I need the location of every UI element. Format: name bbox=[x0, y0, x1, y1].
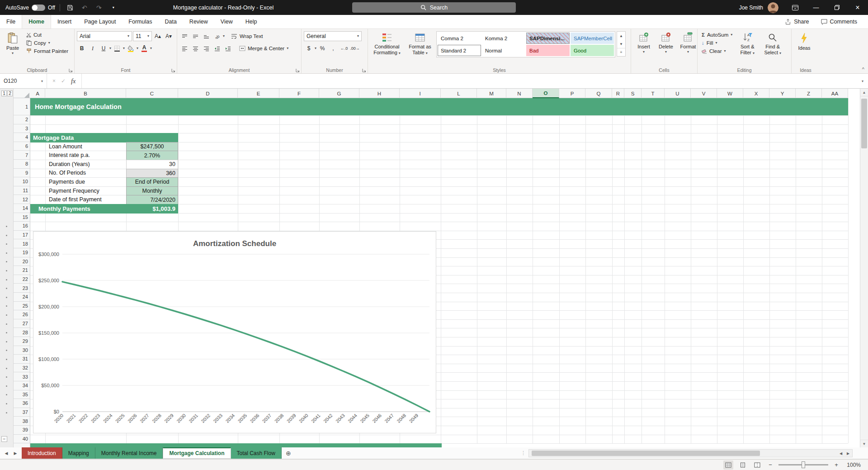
cut-button[interactable]: Cut bbox=[24, 31, 70, 38]
ribbon-tab-page-layout[interactable]: Page Layout bbox=[78, 15, 122, 28]
row-header-27[interactable]: 27 bbox=[14, 319, 30, 328]
align-right-button[interactable] bbox=[201, 43, 211, 53]
ribbon-tab-insert[interactable]: Insert bbox=[51, 15, 78, 28]
row-header-39[interactable]: 39 bbox=[14, 426, 30, 435]
clear-button[interactable]: Clear ▾ bbox=[700, 47, 734, 55]
save-button[interactable] bbox=[65, 0, 75, 15]
prev-sheet-arrow[interactable]: ◀ bbox=[2, 447, 11, 459]
normal-view-button[interactable] bbox=[723, 461, 733, 470]
horizontal-scrollbar[interactable]: ◀ ▶ bbox=[528, 449, 853, 457]
field-value-payments-due[interactable]: End of Period bbox=[126, 177, 178, 187]
number-format-combo[interactable]: General▾ bbox=[304, 31, 362, 41]
column-header-E[interactable]: E bbox=[238, 89, 279, 98]
add-sheet-button[interactable]: ⊕ bbox=[282, 447, 295, 459]
scroll-down-arrow[interactable]: ▼ bbox=[860, 440, 868, 447]
row-header-29[interactable]: 29 bbox=[14, 337, 30, 346]
column-header-Y[interactable]: Y bbox=[769, 89, 796, 98]
column-header-B[interactable]: B bbox=[45, 89, 126, 98]
field-value-loan-amount[interactable]: $247,500 bbox=[126, 142, 178, 152]
underline-button[interactable]: U bbox=[99, 43, 108, 53]
formula-input[interactable] bbox=[82, 74, 857, 88]
comments-button[interactable]: Comments bbox=[816, 17, 862, 26]
sheet-tab-introduction[interactable]: Introduction bbox=[22, 447, 62, 459]
zoom-level[interactable]: 100% bbox=[844, 462, 861, 468]
column-header-S[interactable]: S bbox=[624, 89, 642, 98]
wrap-text-button[interactable]: Wrap Text bbox=[229, 33, 264, 40]
bold-button[interactable]: B bbox=[77, 43, 87, 53]
decrease-indent-button[interactable] bbox=[212, 43, 222, 53]
align-bottom-button[interactable] bbox=[201, 31, 211, 41]
paste-button[interactable]: Paste ▾ bbox=[2, 30, 23, 56]
column-header-G[interactable]: G bbox=[319, 89, 359, 98]
zoom-out-button[interactable]: − bbox=[767, 461, 774, 468]
merge-center-button[interactable]: Merge & Center ▾ bbox=[237, 45, 290, 52]
zoom-slider[interactable] bbox=[778, 464, 828, 465]
orientation-caret[interactable]: ▾ bbox=[223, 34, 225, 38]
font-name-combo[interactable]: Arial▾ bbox=[77, 31, 132, 41]
customize-qat-button[interactable]: ▾ bbox=[108, 0, 119, 15]
sheet-tab-mortgage-calculation[interactable]: Mortgage Calculation bbox=[163, 447, 231, 459]
amortization-chart[interactable]: Amortization Schedule$0$50,000$100,000$1… bbox=[33, 231, 436, 433]
cancel-formula-button[interactable]: × bbox=[52, 78, 56, 84]
name-box-caret[interactable]: ▾ bbox=[41, 79, 43, 83]
increase-font-size-button[interactable]: A▴ bbox=[153, 31, 163, 41]
enter-formula-button[interactable]: ✓ bbox=[61, 78, 66, 84]
page-break-preview-button[interactable] bbox=[752, 461, 762, 470]
find-select-button[interactable]: Find & Select ▾ bbox=[760, 30, 785, 57]
share-button[interactable]: Share bbox=[780, 17, 813, 26]
fill-button[interactable]: ↓ Fill ▾ bbox=[700, 39, 734, 47]
page-layout-view-button[interactable] bbox=[738, 461, 748, 470]
row-header-11[interactable]: 11 bbox=[14, 186, 30, 195]
sheet-tab-monthly-rental-income[interactable]: Monthly Rental Income bbox=[95, 447, 163, 459]
field-value-payment-frequency[interactable]: Monthly bbox=[126, 186, 178, 196]
column-header-T[interactable]: T bbox=[642, 89, 665, 98]
cell-style-komma-2[interactable]: Komma 2 bbox=[482, 33, 525, 44]
autosave-toggle[interactable]: AutoSave Off bbox=[5, 5, 55, 11]
decrease-font-size-button[interactable]: A▾ bbox=[164, 31, 174, 41]
column-header-A[interactable]: A bbox=[30, 89, 45, 98]
scroll-right-arrow[interactable]: ▶ bbox=[845, 451, 851, 456]
font-color-button[interactable]: A bbox=[139, 43, 149, 53]
outline-level-1-button[interactable]: 1 bbox=[1, 90, 7, 96]
field-value-duration-years-[interactable]: 30 bbox=[126, 160, 178, 169]
row-header-40[interactable]: 40 bbox=[14, 435, 30, 444]
format-as-table-button[interactable]: Format as Table ▾ bbox=[405, 30, 435, 57]
vertical-scroll-thumb[interactable] bbox=[861, 99, 867, 148]
row-header-16[interactable]: 16 bbox=[14, 222, 30, 231]
cell-style-good[interactable]: Good bbox=[571, 45, 614, 56]
decrease-decimal-button[interactable]: .00→ bbox=[350, 43, 360, 53]
cell-style-sapmembercell[interactable]: SAPMemberCell bbox=[571, 33, 614, 44]
next-sheet-arrow[interactable]: ▶ bbox=[11, 447, 20, 459]
increase-decimal-button[interactable]: ←.0 bbox=[339, 43, 349, 53]
column-header-L[interactable]: L bbox=[441, 89, 477, 98]
row-header-34[interactable]: 34 bbox=[14, 381, 30, 390]
delete-cells-button[interactable]: Delete ▾ bbox=[656, 30, 676, 55]
column-header-O[interactable]: O bbox=[533, 89, 559, 98]
italic-button[interactable]: I bbox=[88, 43, 98, 53]
borders-button[interactable] bbox=[112, 43, 122, 53]
font-color-caret[interactable]: ▾ bbox=[150, 47, 152, 50]
clipboard-dialog-launcher[interactable] bbox=[69, 68, 73, 72]
field-value-date-of-first-payment[interactable]: 7/24/2020 bbox=[126, 195, 178, 204]
ribbon-tab-formulas[interactable]: Formulas bbox=[122, 15, 158, 28]
collapse-ribbon-button[interactable]: ^ bbox=[862, 66, 864, 72]
styles-scroll-down-button[interactable]: ▼ bbox=[617, 40, 625, 48]
row-header-23[interactable]: 23 bbox=[14, 284, 30, 293]
ribbon-tab-review[interactable]: Review bbox=[183, 15, 214, 28]
align-top-button[interactable] bbox=[179, 31, 189, 41]
row-header-32[interactable]: 32 bbox=[14, 364, 30, 373]
comma-style-button[interactable]: , bbox=[328, 43, 338, 53]
row-header-1[interactable]: 1 bbox=[14, 98, 30, 115]
zoom-slider-thumb[interactable] bbox=[802, 461, 805, 468]
alignment-dialog-launcher[interactable] bbox=[296, 68, 300, 72]
vertical-scrollbar[interactable]: ▲ ▼ bbox=[860, 89, 868, 447]
row-header-10[interactable]: 10 bbox=[14, 177, 30, 186]
insert-cells-button[interactable]: Insert ▾ bbox=[633, 30, 654, 55]
orientation-button[interactable]: ab bbox=[212, 31, 222, 41]
fill-color-button[interactable] bbox=[126, 43, 136, 53]
conditional-formatting-button[interactable]: Conditional Formatting ▾ bbox=[370, 30, 404, 57]
row-header-28[interactable]: 28 bbox=[14, 328, 30, 337]
autosum-button[interactable]: Σ AutoSum ▾ bbox=[700, 31, 734, 38]
row-header-26[interactable]: 26 bbox=[14, 310, 30, 319]
accounting-caret[interactable]: ▾ bbox=[315, 47, 316, 50]
